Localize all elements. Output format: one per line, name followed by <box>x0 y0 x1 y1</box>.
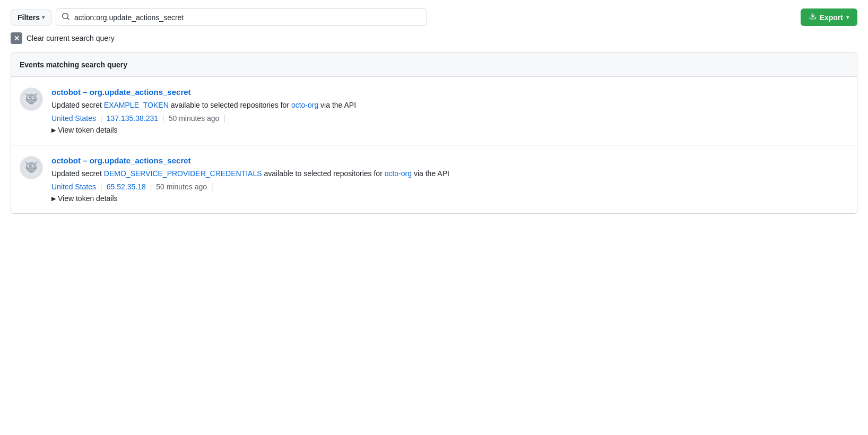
separator-1: | <box>100 182 102 191</box>
desc-prefix: Updated secret <box>51 101 104 109</box>
search-icon <box>62 12 70 22</box>
event-meta: United States | 137.135.38.231 | 50 minu… <box>51 114 848 123</box>
export-chevron-icon: ▾ <box>846 14 849 20</box>
org-link[interactable]: octo-org <box>385 169 412 178</box>
clear-query[interactable]: ✕ Clear current search query <box>11 32 857 44</box>
avatar <box>20 88 43 111</box>
separator-1: | <box>100 114 102 123</box>
event-time: 50 minutes ago <box>169 114 220 123</box>
view-token-arrow: ▶ <box>51 127 56 134</box>
event-meta: United States | 65.52.35.18 | 50 minutes… <box>51 182 848 191</box>
desc-suffix: available to selected repositories for <box>262 169 385 178</box>
desc-end: via the API <box>318 101 356 109</box>
top-bar: Filters ▾ Export ▾ <box>11 8 857 26</box>
view-token-arrow: ▶ <box>51 195 56 202</box>
event-title-link[interactable]: octobot – org.update_actions_secret <box>51 156 191 165</box>
org-link[interactable]: octo-org <box>291 101 318 109</box>
events-header-text: Events matching search query <box>20 60 127 69</box>
event-action: org.update_actions_secret <box>90 88 191 97</box>
view-token-button[interactable]: ▶ View token details <box>51 126 118 134</box>
events-container: Events matching search query <box>11 53 857 214</box>
token-name: EXAMPLE_TOKEN <box>104 101 169 109</box>
event-row: octobot – org.update_actions_secret Upda… <box>11 77 857 145</box>
search-input[interactable] <box>74 13 421 22</box>
event-user: octobot <box>51 88 81 97</box>
event-dash: – <box>83 156 90 165</box>
filters-label: Filters <box>18 13 40 22</box>
clear-icon: ✕ <box>11 32 22 44</box>
export-button[interactable]: Export ▾ <box>801 8 857 26</box>
clear-query-label: Clear current search query <box>27 34 115 42</box>
svg-point-21 <box>33 166 34 167</box>
filters-button[interactable]: Filters ▾ <box>11 10 51 25</box>
event-title: octobot – org.update_actions_secret <box>51 88 848 97</box>
desc-suffix: available to selected repositories for <box>169 101 291 109</box>
event-description: Updated secret DEMO_SERVICE_PROVIDER_CRE… <box>51 168 848 179</box>
avatar <box>20 156 43 179</box>
event-title-link[interactable]: octobot – org.update_actions_secret <box>51 88 191 97</box>
event-title: octobot – org.update_actions_secret <box>51 156 848 165</box>
svg-point-8 <box>31 99 32 100</box>
event-content: octobot – org.update_actions_secret Upda… <box>51 156 848 203</box>
filters-chevron-icon: ▾ <box>42 14 45 20</box>
event-user: octobot <box>51 156 81 165</box>
svg-point-22 <box>31 168 32 169</box>
event-content: octobot – org.update_actions_secret Upda… <box>51 88 848 134</box>
event-location[interactable]: United States <box>51 114 96 123</box>
separator-3: | <box>223 114 225 123</box>
event-location[interactable]: United States <box>51 182 96 191</box>
event-time: 50 minutes ago <box>156 182 207 191</box>
top-bar-left: Filters ▾ <box>11 8 801 26</box>
export-label: Export <box>820 13 843 22</box>
view-token-button[interactable]: ▶ View token details <box>51 194 118 203</box>
view-token-label: View token details <box>58 194 118 203</box>
svg-rect-13 <box>29 103 33 105</box>
view-token-label: View token details <box>58 126 118 134</box>
svg-point-1 <box>26 94 37 104</box>
search-box <box>56 8 427 26</box>
event-description: Updated secret EXAMPLE_TOKEN available t… <box>51 100 848 111</box>
event-dash: – <box>83 88 90 97</box>
event-action: org.update_actions_secret <box>90 156 191 165</box>
desc-end: via the API <box>412 169 449 178</box>
desc-prefix: Updated secret <box>51 169 104 178</box>
svg-point-6 <box>29 97 30 98</box>
event-ip: 65.52.35.18 <box>107 182 146 191</box>
token-name: DEMO_SERVICE_PROVIDER_CREDENTIALS <box>104 169 262 178</box>
svg-rect-27 <box>29 171 33 173</box>
separator-2: | <box>162 114 164 123</box>
separator-3: | <box>211 182 213 191</box>
export-download-icon <box>809 13 817 22</box>
separator-2: | <box>150 182 152 191</box>
svg-point-15 <box>26 162 37 172</box>
svg-point-20 <box>29 166 30 167</box>
events-header: Events matching search query <box>11 53 857 77</box>
event-row: octobot – org.update_actions_secret Upda… <box>11 145 857 213</box>
event-ip: 137.135.38.231 <box>107 114 158 123</box>
svg-point-7 <box>33 97 34 98</box>
